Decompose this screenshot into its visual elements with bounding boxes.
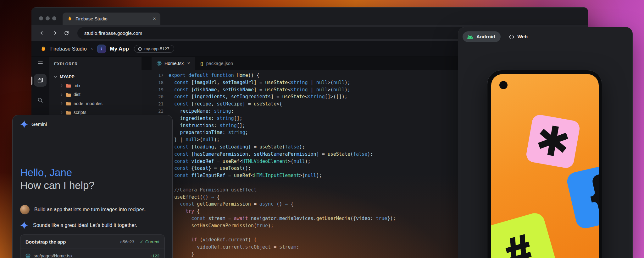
toggle-web[interactable]: Web [509, 34, 527, 40]
editor-tab-label: package.json [206, 61, 233, 66]
task-title: Bootstrap the app [25, 239, 66, 245]
file-path: src/pages/Home.tsx [34, 253, 73, 258]
line-number: 22 [142, 108, 164, 115]
changed-file-row[interactable]: src/pages/Home.tsx +122 [20, 249, 164, 258]
chevron-right-icon [59, 83, 64, 88]
preview-shape-blue: { [565, 162, 599, 230]
tree-item-label: .idx [74, 83, 80, 88]
firebase-favicon-icon [67, 16, 72, 22]
gemini-greeting: Hello, Jane How can I help? [20, 166, 165, 192]
toggle-label: Android [476, 34, 495, 40]
app-icon [97, 45, 106, 53]
chevron-right-icon [59, 101, 64, 105]
tree-item-label: dist [74, 92, 80, 97]
close-icon[interactable]: × [187, 61, 190, 66]
chat-message-text: Sounds like a great idea! Let's build it… [33, 223, 137, 228]
line-number: 21 [142, 100, 164, 108]
folder-icon [66, 92, 71, 97]
react-icon [157, 61, 162, 66]
window-control-dot[interactable] [52, 16, 56, 20]
file-tree: MYAPP .idx dist node [49, 72, 142, 117]
diff-added-count: +122 [150, 254, 159, 258]
workspace-id-label: my-app-5127 [144, 46, 169, 51]
line-number: 19 [142, 86, 164, 94]
chat-message-gemini: Sounds like a great idea! Let's build it… [20, 221, 165, 229]
line-number: 17 [142, 72, 164, 79]
phone-mockup: ✱ { # [487, 70, 602, 258]
editor-tab-package-json[interactable]: {} package.json [195, 57, 238, 70]
gemini-header: Gemini [20, 120, 165, 128]
breadcrumb-separator: › [91, 46, 93, 52]
active-view-indicator [31, 77, 32, 85]
greeting-line1: Hello, Jane [20, 166, 165, 179]
toggle-label: Web [517, 34, 527, 40]
commit-hash: a56c23 [120, 239, 134, 244]
tab-close-icon[interactable]: × [153, 16, 156, 21]
editor-tab-label: Home.tsx [164, 61, 184, 66]
url-text: studio.firebase.google.com [84, 30, 142, 36]
status-badge: ✓ Current [140, 239, 159, 244]
code-brackets-icon [509, 35, 514, 39]
line-number: 20 [142, 93, 164, 100]
firebase-logo-icon [40, 45, 47, 53]
tree-item-folder[interactable]: .idx [49, 81, 142, 90]
chat-message-text: Build an app that lets me turn images in… [34, 207, 146, 212]
folder-icon [66, 83, 71, 88]
folder-icon [66, 110, 71, 115]
workspace-id-badge[interactable]: my-app-5127 [134, 45, 174, 53]
gemini-title: Gemini [31, 121, 47, 127]
forward-button[interactable] [51, 30, 58, 36]
toggle-android[interactable]: Android [463, 31, 501, 42]
android-icon [467, 35, 474, 39]
browser-tab-title: Firebase Studio [75, 16, 108, 21]
user-avatar [20, 205, 30, 214]
tree-item-folder[interactable]: node_modules [49, 99, 142, 108]
editor-tab-home[interactable]: Home.tsx × [152, 57, 195, 70]
browser-tab[interactable]: Firebase Studio × [63, 13, 160, 25]
line-number: 18 [142, 79, 164, 86]
chat-message-user: Build an app that lets me turn images in… [20, 205, 165, 214]
gemini-panel: Gemini Hello, Jane How can I help? Build… [12, 115, 173, 258]
asterisk-glyph: ✱ [533, 118, 574, 164]
chevron-right-icon [59, 110, 64, 115]
preview-shape-green: # [491, 211, 560, 258]
device-toggles: Android Web [458, 27, 632, 42]
chevron-right-icon [59, 93, 64, 97]
gemini-sparkle-icon [20, 221, 28, 229]
explorer-view-button[interactable] [34, 74, 47, 87]
tree-item-label: node_modules [74, 101, 103, 106]
greeting-line2: How can I help? [20, 179, 165, 192]
workspace-icon [138, 47, 142, 51]
gemini-sparkle-icon [20, 120, 28, 128]
check-icon: ✓ [140, 239, 143, 244]
tree-item-root[interactable]: MYAPP [49, 72, 142, 81]
browser-tabstrip: Firebase Studio × [31, 8, 588, 25]
menu-button[interactable] [34, 57, 47, 70]
explorer-title: EXPLORER [49, 62, 142, 66]
back-button[interactable] [39, 30, 46, 36]
brace-glyph: { [585, 169, 599, 218]
app-preview-screen[interactable]: ✱ { # [491, 74, 599, 258]
search-icon[interactable] [34, 94, 47, 106]
breadcrumb-brand[interactable]: Firebase Studio [50, 46, 87, 52]
folder-icon [66, 101, 71, 106]
status-label: Current [145, 239, 159, 244]
tree-item-folder[interactable]: dist [49, 90, 142, 99]
preview-panel: Android Web ✱ { # [458, 27, 633, 258]
tree-item-label: MYAPP [60, 74, 75, 79]
hash-glyph: # [501, 228, 536, 258]
react-icon [25, 253, 31, 258]
window-control-dot[interactable] [46, 16, 50, 20]
task-card: Bootstrap the app a56c23 ✓ Current src/p… [20, 234, 165, 258]
window-control-dot[interactable] [39, 16, 43, 20]
braces-icon: {} [200, 61, 203, 66]
chevron-down-icon [53, 75, 58, 79]
task-card-header[interactable]: Bootstrap the app a56c23 ✓ Current [20, 235, 164, 249]
preview-shape-pink: ✱ [525, 114, 581, 169]
camera-punch-hole [499, 81, 508, 89]
reload-button[interactable] [63, 30, 70, 36]
breadcrumb-app-name[interactable]: My App [110, 46, 129, 52]
tree-item-label: scripts [74, 110, 86, 115]
